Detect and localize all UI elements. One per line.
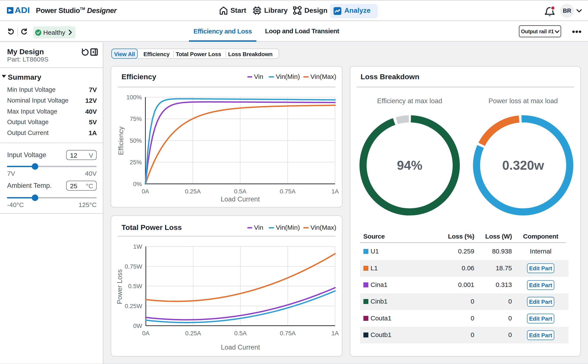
svg-text:ADI: ADI — [15, 7, 30, 14]
